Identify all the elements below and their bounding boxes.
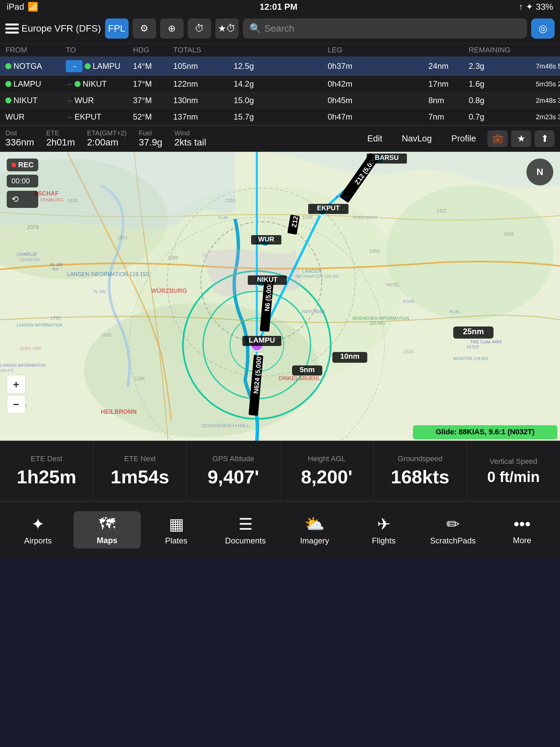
active-arrow[interactable]: → — [66, 60, 83, 72]
star-button[interactable]: ★ — [511, 130, 531, 147]
search-bar[interactable]: 🔍 Search — [243, 19, 528, 38]
svg-text:FENBURG: FENBURG — [40, 197, 63, 203]
more-icon: ••• — [514, 515, 530, 533]
settings-button[interactable]: ⚙ — [133, 19, 156, 38]
sidebar-item-scratchpads[interactable]: ✏ ScratchPads — [419, 511, 486, 549]
zoom-controls: + − — [7, 375, 26, 414]
svg-text:TMZ Code 4404: TMZ Code 4404 — [470, 339, 502, 344]
dist-group: Dist 336nm — [5, 129, 34, 148]
airports-label: Airports — [24, 536, 52, 545]
bluetooth-icon: ✦ — [526, 2, 533, 12]
svg-text:MUENCHEN INFORMATION: MUENCHEN INFORMATION — [352, 316, 409, 321]
eta-value: 2:00am — [87, 137, 127, 148]
svg-text:HOTEL: HOTEL — [386, 282, 400, 287]
briefcase-button[interactable]: 💼 — [487, 130, 508, 147]
status-bar: iPad 📶 12:01 PM ↑ ✦ 33% — [0, 0, 560, 14]
sidebar-item-documents[interactable]: ☰ Documents — [212, 511, 279, 549]
gps-alt-label: GPS Altitude — [213, 455, 255, 463]
location-icon: ↑ — [519, 2, 523, 12]
wifi-icon: 📶 — [28, 2, 38, 12]
leg-nm: 7nm — [428, 112, 469, 122]
svg-text:FL 100: FL 100 — [50, 262, 63, 267]
svg-text:EKPUT: EKPUT — [317, 204, 340, 212]
route-button[interactable]: ⟲ — [7, 191, 38, 208]
svg-text:1500: 1500 — [101, 332, 111, 338]
stat-vspeed: Vertical Speed 0 ft/min — [467, 441, 560, 501]
layers-icon — [5, 24, 19, 33]
remain-cell: 7m46s 5.3nm 1m54s — [536, 62, 560, 70]
to-label: LAMPU — [93, 61, 121, 71]
fuel-cell: 15.0g — [234, 96, 328, 105]
battery-label: 33% — [536, 2, 553, 12]
history-button[interactable]: ★⏱ — [215, 19, 239, 38]
table-row[interactable]: LAMPU → NIKUT 17°M 122nm 14.2g 0h42m 17n… — [0, 76, 560, 93]
svg-text:DINKELSBUEHL: DINKELSBUEHL — [279, 376, 321, 381]
zoom-out-button[interactable]: − — [7, 395, 26, 414]
profile-button[interactable]: Profile — [443, 130, 484, 147]
stat-agl: Height AGL 8,200' — [280, 441, 374, 501]
svg-text:1503: 1503 — [403, 349, 413, 354]
waypoint-dot-green — [5, 63, 11, 69]
status-time: 12:01 PM — [260, 2, 297, 12]
arrow-icon: → — [66, 80, 73, 88]
svg-text:NORD-WEST: NORD-WEST — [352, 215, 378, 220]
table-row[interactable]: WUR → EKPUT 52°M 137nm 15.7g 0h47m 7nm 0… — [0, 109, 560, 125]
sidebar-item-imagery[interactable]: ⛅ Imagery — [281, 511, 348, 549]
waypoint-dot-to — [85, 63, 91, 69]
svg-text:LANGEN INFORMATION: LANGEN INFORMATION — [0, 363, 46, 368]
svg-text:NIKUT: NIKUT — [257, 276, 277, 283]
info-bar: Dist 336nm ETE 2h01m ETA(GMT+2) 2:00am F… — [0, 126, 560, 152]
ete-group: ETE 2h01m — [46, 129, 75, 148]
waypoint-dot-green — [5, 97, 11, 103]
fuel-cell: 14.2g — [234, 79, 328, 89]
gs-value: 168kts — [391, 466, 449, 488]
svg-text:INFORMATION 128.050: INFORMATION 128.050 — [295, 274, 339, 279]
svg-text:5nm: 5nm — [299, 365, 315, 374]
svg-text:1598: 1598 — [302, 215, 313, 220]
stat-ete-next: ETE Next 1m54s — [93, 441, 187, 501]
from-label: LAMPU — [14, 79, 41, 89]
hdg-cell: 14°M — [133, 61, 173, 71]
agl-value: 8,200' — [301, 466, 352, 488]
to-cell: → LAMPU — [66, 60, 133, 72]
svg-text:WÜRZBURG: WÜRZBURG — [151, 287, 187, 294]
sidebar-item-more[interactable]: ••• More — [488, 511, 556, 548]
stats-bar: ETE Dest 1h25m ETE Next 1m54s GPS Altitu… — [0, 441, 560, 501]
fuel-group: Fuel 37.9g — [139, 129, 162, 148]
sidebar-item-airports[interactable]: ✦ Airports — [4, 511, 72, 549]
sidebar-item-plates[interactable]: ▦ Plates — [143, 511, 210, 549]
remain-cell: 2m48s 31nm 0h11m — [536, 97, 560, 104]
map-area[interactable]: ✈ Z12 (5,000') Z12 N6 (5,000') N624 (5 — [0, 152, 560, 441]
more-label: More — [513, 536, 531, 545]
edit-button[interactable]: Edit — [359, 130, 391, 147]
device-label: iPad — [7, 2, 24, 12]
svg-text:115.50 CH: 115.50 CH — [20, 257, 39, 262]
col-totals2 — [234, 46, 328, 54]
imagery-icon: ⛅ — [304, 515, 325, 533]
ete-dest-label: ETE Dest — [31, 455, 62, 463]
map-selector[interactable]: Europe VFR (DFS) — [5, 23, 101, 34]
svg-text:LANGEN INFORMATION: LANGEN INFORMATION — [17, 323, 62, 328]
share-button[interactable]: ⬆ — [534, 130, 555, 147]
rec-dot — [11, 162, 16, 167]
rec-label: REC — [18, 160, 33, 169]
navlog-button[interactable]: NavLog — [394, 130, 440, 147]
table-row[interactable]: NOTGA → LAMPU 14°M 105nm 12.5g 0h37m 24n… — [0, 57, 560, 76]
sync-button[interactable]: ⊕ — [160, 19, 184, 38]
svg-text:128.475: 128.475 — [0, 368, 14, 372]
fpl-button[interactable]: FPL — [105, 19, 129, 38]
timer-button[interactable]: ⏱ — [188, 19, 211, 38]
flights-label: Flights — [372, 536, 396, 545]
bottom-nav: ✦ Airports 🗺 Maps ▦ Plates ☰ Documents ⛅… — [0, 501, 560, 558]
col-leg2 — [428, 46, 469, 54]
airports-icon: ✦ — [31, 515, 45, 533]
zoom-in-button[interactable]: + — [7, 375, 26, 394]
fuel-cell: 15.7g — [234, 112, 328, 122]
sidebar-item-maps[interactable]: 🗺 Maps — [74, 511, 141, 548]
sidebar-item-flights[interactable]: ✈ Flights — [350, 511, 417, 549]
eta-group: ETA(GMT+2) 2:00am — [87, 129, 127, 148]
leg-fuel: 1.6g — [469, 79, 536, 89]
table-row[interactable]: NIKUT → WUR 37°M 130nm 15.0g 0h45m 8nm 0… — [0, 93, 560, 109]
location-button[interactable]: ◎ — [531, 19, 555, 38]
svg-text:25nm: 25nm — [463, 327, 484, 336]
